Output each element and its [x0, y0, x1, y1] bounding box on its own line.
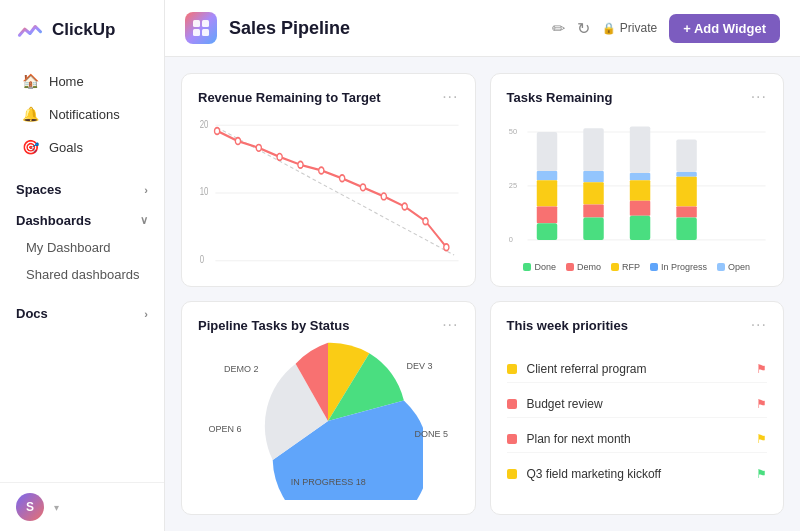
svg-rect-0	[193, 20, 200, 27]
priorities-widget-menu[interactable]: ···	[751, 316, 767, 334]
docs-chevron-icon: ›	[144, 308, 148, 320]
svg-text:0: 0	[200, 254, 204, 265]
priority-dot-4	[507, 469, 517, 479]
tasks-widget: Tasks Remaining ··· 50 25 0	[490, 73, 785, 287]
pipeline-chart-svg	[233, 342, 423, 500]
legend-rfp-dot	[611, 263, 619, 271]
revenue-chart-area: 20 10 0	[198, 114, 459, 272]
tasks-chart-area: 50 25 0	[507, 114, 768, 272]
tasks-widget-header: Tasks Remaining ···	[507, 88, 768, 106]
priority-flag-1: ⚑	[756, 362, 767, 376]
legend-open: Open	[717, 262, 750, 272]
refresh-icon: ↻	[577, 19, 590, 38]
spaces-section[interactable]: Spaces ›	[0, 172, 164, 203]
header-actions: ✏ ↻ 🔒 Private + Add Widget	[552, 14, 780, 43]
svg-rect-43	[629, 216, 649, 240]
legend-rfp-label: RFP	[622, 262, 640, 272]
sidebar-logo[interactable]: ClickUp	[0, 0, 164, 56]
svg-text:0: 0	[508, 235, 512, 244]
svg-rect-31	[536, 180, 556, 206]
svg-point-13	[256, 144, 261, 151]
pipeline-chart-area: DEV 3 DONE 5 IN PROGRESS 18 OPEN 6 DEMO …	[198, 342, 459, 500]
sidebar-footer[interactable]: S ▾	[0, 482, 164, 531]
svg-rect-34	[583, 128, 603, 171]
svg-text:50: 50	[508, 127, 516, 136]
priority-text-2: Budget review	[527, 397, 747, 411]
svg-point-18	[360, 184, 365, 191]
svg-rect-1	[202, 20, 209, 27]
svg-rect-39	[629, 126, 649, 173]
tasks-widget-menu[interactable]: ···	[751, 88, 767, 106]
priority-text-1: Client referral program	[527, 362, 747, 376]
pipeline-widget-menu[interactable]: ···	[442, 316, 458, 334]
legend-done: Done	[523, 262, 556, 272]
privacy-button[interactable]: 🔒 Private	[602, 21, 657, 35]
svg-point-19	[381, 193, 386, 200]
svg-rect-32	[536, 206, 556, 223]
pipeline-widget-header: Pipeline Tasks by Status ···	[198, 316, 459, 334]
svg-rect-45	[676, 172, 696, 177]
revenue-widget-header: Revenue Remaining to Target ···	[198, 88, 459, 106]
legend-done-label: Done	[534, 262, 556, 272]
legend-done-dot	[523, 263, 531, 271]
sidebar-item-goals[interactable]: 🎯 Goals	[6, 131, 158, 163]
docs-label: Docs	[16, 306, 48, 321]
svg-point-15	[298, 161, 303, 168]
legend-open-dot	[717, 263, 725, 271]
dashboards-section[interactable]: Dashboards ∨	[0, 203, 164, 234]
home-icon: 🏠	[22, 73, 39, 89]
svg-point-14	[277, 154, 282, 161]
priority-item-2: Budget review ⚑	[507, 391, 768, 418]
priorities-widget: This week priorities ··· Client referral…	[490, 301, 785, 515]
priority-dot-3	[507, 434, 517, 444]
docs-section[interactable]: Docs ›	[0, 296, 164, 327]
priority-flag-2: ⚑	[756, 397, 767, 411]
svg-point-12	[235, 138, 240, 145]
svg-rect-36	[583, 182, 603, 204]
legend-in-progress-label: In Progress	[661, 262, 707, 272]
priority-item-4: Q3 field marketing kickoff ⚑	[507, 461, 768, 487]
sidebar: ClickUp 🏠 Home 🔔 Notifications 🎯 Goals S…	[0, 0, 165, 531]
svg-rect-44	[676, 139, 696, 172]
legend-demo-dot	[566, 263, 574, 271]
tasks-widget-title: Tasks Remaining	[507, 90, 613, 105]
svg-point-22	[444, 244, 449, 251]
legend-open-label: Open	[728, 262, 750, 272]
sidebar-item-notifications-label: Notifications	[49, 107, 120, 122]
priorities-widget-title: This week priorities	[507, 318, 628, 333]
revenue-chart-svg: 20 10 0	[198, 114, 459, 272]
revenue-widget-title: Revenue Remaining to Target	[198, 90, 381, 105]
priority-text-4: Q3 field marketing kickoff	[527, 467, 747, 481]
svg-point-21	[423, 218, 428, 225]
revenue-widget-menu[interactable]: ···	[442, 88, 458, 106]
svg-point-11	[214, 128, 219, 135]
edit-button[interactable]: ✏	[552, 19, 565, 38]
goals-icon: 🎯	[22, 139, 39, 155]
add-widget-button[interactable]: + Add Widget	[669, 14, 780, 43]
priority-text-3: Plan for next month	[527, 432, 747, 446]
svg-text:10: 10	[200, 186, 209, 197]
bar-legend: Done Demo RFP In Progress	[507, 262, 768, 272]
page-header: Sales Pipeline ✏ ↻ 🔒 Private + Add Widge…	[165, 0, 800, 57]
svg-rect-2	[193, 29, 200, 36]
sidebar-item-home[interactable]: 🏠 Home	[6, 65, 158, 97]
dashboard-grid: Revenue Remaining to Target ··· 20 10 0	[165, 57, 800, 531]
svg-rect-48	[676, 218, 696, 240]
priority-flag-4: ⚑	[756, 467, 767, 481]
legend-demo-label: Demo	[577, 262, 601, 272]
svg-text:20: 20	[200, 119, 209, 130]
spaces-label: Spaces	[16, 182, 62, 197]
sidebar-item-shared-dashboards[interactable]: Shared dashboards	[0, 261, 164, 288]
tasks-chart-svg: 50 25 0	[507, 114, 768, 256]
sidebar-item-my-dashboard[interactable]: My Dashboard	[0, 234, 164, 261]
sidebar-item-notifications[interactable]: 🔔 Notifications	[6, 98, 158, 130]
svg-point-20	[402, 203, 407, 210]
avatar[interactable]: S	[16, 493, 44, 521]
refresh-button[interactable]: ↻	[577, 19, 590, 38]
legend-in-progress-dot	[650, 263, 658, 271]
sidebar-item-home-label: Home	[49, 74, 84, 89]
priority-dot-2	[507, 399, 517, 409]
shared-dashboards-label: Shared dashboards	[26, 267, 139, 282]
priority-flag-3: ⚑	[756, 432, 767, 446]
edit-icon: ✏	[552, 19, 565, 38]
